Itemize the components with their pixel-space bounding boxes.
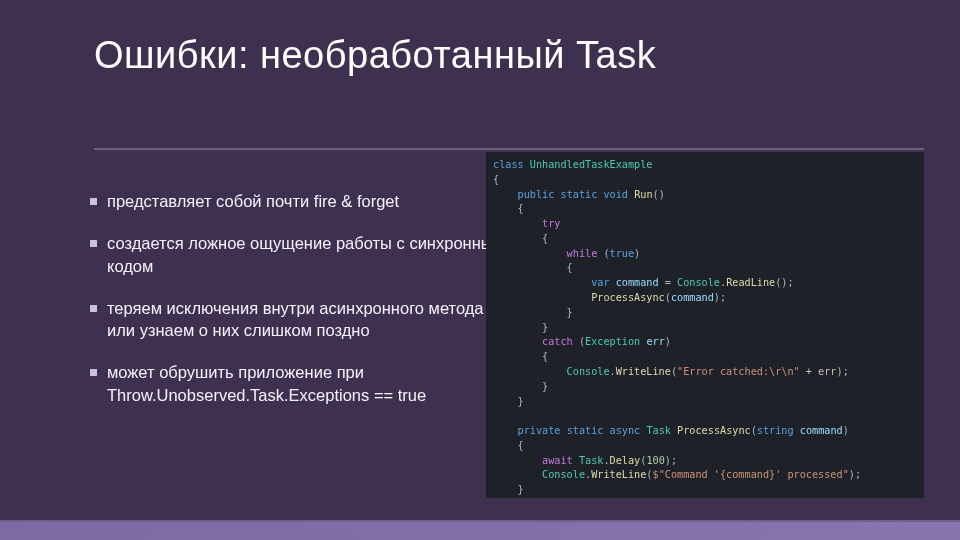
kw-await: await bbox=[542, 455, 573, 466]
bullet-text: представляет собой почти fire & forget bbox=[107, 190, 399, 212]
num-literal: 100 bbox=[646, 455, 664, 466]
horizontal-rule bbox=[94, 148, 924, 150]
kw-static: static bbox=[561, 189, 598, 200]
type-console: Console bbox=[677, 277, 720, 288]
list-item: представляет собой почти fire & forget bbox=[90, 190, 510, 212]
kw-catch: catch bbox=[542, 336, 573, 347]
type-exception: Exception bbox=[585, 336, 640, 347]
type-task: Task bbox=[646, 425, 671, 436]
type-console2: Console bbox=[567, 366, 610, 377]
code-block: class UnhandledTaskExample { public stat… bbox=[486, 152, 924, 498]
kw-async: async bbox=[610, 425, 641, 436]
kw-try: try bbox=[542, 218, 560, 229]
list-item: теряем исключения внутри асинхронного ме… bbox=[90, 297, 510, 342]
bullet-text: создается ложное ощущение работы с синхр… bbox=[107, 232, 510, 277]
var-command: command bbox=[616, 277, 659, 288]
var-err: err bbox=[646, 336, 664, 347]
string-literal: "Error catched:\r\n" bbox=[677, 366, 800, 377]
bullet-icon bbox=[90, 305, 97, 312]
kw-class: class bbox=[493, 159, 524, 170]
class-name: UnhandledTaskExample bbox=[530, 159, 653, 170]
type-console3: Console bbox=[542, 469, 585, 480]
kw-true: true bbox=[610, 248, 635, 259]
bullet-text: может обрушить приложение при Throw.Unob… bbox=[107, 361, 510, 406]
bullet-icon bbox=[90, 198, 97, 205]
list-item: может обрушить приложение при Throw.Unob… bbox=[90, 361, 510, 406]
fn-processasync: ProcessAsync bbox=[591, 292, 665, 303]
method-run: Run bbox=[634, 189, 652, 200]
page-title: Ошибки: необработанный Task bbox=[0, 0, 960, 83]
list-item: создается ложное ощущение работы с синхр… bbox=[90, 232, 510, 277]
type-string: string bbox=[757, 425, 794, 436]
kw-var: var bbox=[591, 277, 609, 288]
fn-writeline: WriteLine bbox=[616, 366, 671, 377]
bullet-list: представляет собой почти fire & forget с… bbox=[0, 160, 510, 540]
param-command: command bbox=[800, 425, 843, 436]
arg-command: command bbox=[671, 292, 714, 303]
kw-void: void bbox=[603, 189, 628, 200]
interp-string: $"Command '{command}' processed" bbox=[653, 469, 849, 480]
kw-while: while bbox=[567, 248, 598, 259]
slide: Ошибки: необработанный Task представляет… bbox=[0, 0, 960, 540]
fn-writeline2: WriteLine bbox=[591, 469, 646, 480]
fn-readline: ReadLine bbox=[726, 277, 775, 288]
concat-expr: + err bbox=[800, 366, 837, 377]
kw-public: public bbox=[518, 189, 555, 200]
kw-private: private bbox=[518, 425, 561, 436]
method-processasync: ProcessAsync bbox=[677, 425, 751, 436]
fn-delay: Delay bbox=[610, 455, 641, 466]
footer-accent bbox=[0, 522, 960, 540]
bullet-icon bbox=[90, 369, 97, 376]
type-task2: Task bbox=[579, 455, 604, 466]
kw-static2: static bbox=[567, 425, 604, 436]
bullet-text: теряем исключения внутри асинхронного ме… bbox=[107, 297, 510, 342]
bullet-icon bbox=[90, 240, 97, 247]
